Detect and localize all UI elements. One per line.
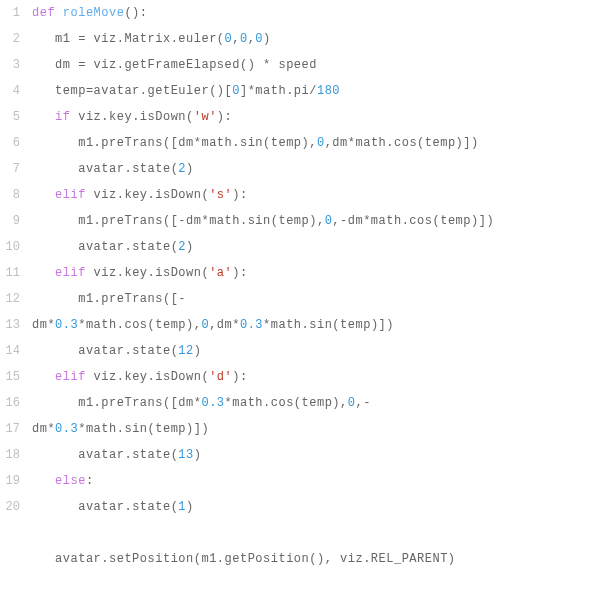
code-line: 1def roleMove(): [0, 0, 589, 26]
token-plain: ) [263, 32, 271, 46]
line-number: 4 [0, 78, 32, 104]
token-plain: viz.key.isDown( [86, 266, 209, 280]
token-plain: avatar.state( [78, 344, 178, 358]
code-line: 14 avatar.state(12) [0, 338, 589, 364]
token-plain: temp=avatar.getEuler()[ [55, 84, 232, 98]
line-number: 18 [0, 442, 32, 468]
line-number: 6 [0, 130, 32, 156]
code-line: 15 elif viz.key.isDown('d'): [0, 364, 589, 390]
code-line: 11 elif viz.key.isDown('a'): [0, 260, 589, 286]
code-content: m1.preTrans([- [32, 286, 589, 312]
code-line: 12 m1.preTrans([- [0, 286, 589, 312]
token-num: 0 [232, 84, 240, 98]
code-content: elif viz.key.isDown('s'): [32, 182, 589, 208]
token-plain: viz.key.isDown( [86, 370, 209, 384]
line-number: 7 [0, 156, 32, 182]
line-number: 11 [0, 260, 32, 286]
token-plain: avatar.state( [78, 240, 178, 254]
token-num: 0.3 [55, 318, 78, 332]
code-block: 1def roleMove():2 m1 = viz.Matrix.euler(… [0, 0, 589, 572]
token-str: 'w' [194, 110, 217, 124]
code-line: 6 m1.preTrans([dm*math.sin(temp),0,dm*ma… [0, 130, 589, 156]
line-number: 1 [0, 0, 32, 26]
code-content: avatar.setPosition(m1.getPosition(), viz… [32, 546, 589, 572]
token-plain: ) [194, 344, 202, 358]
token-plain: dm* [32, 318, 55, 332]
token-num: 0 [255, 32, 263, 46]
token-plain: : [86, 474, 94, 488]
line-number: 14 [0, 338, 32, 364]
code-content: dm*0.3*math.sin(temp)]) [32, 416, 589, 442]
code-content: dm = viz.getFrameElapsed() * speed [32, 52, 589, 78]
code-content: avatar.state(2) [32, 156, 589, 182]
code-line: 5 if viz.key.isDown('w'): [0, 104, 589, 130]
token-num: 0 [240, 32, 248, 46]
code-content: elif viz.key.isDown('a'): [32, 260, 589, 286]
token-num: 180 [317, 84, 340, 98]
line-number: 19 [0, 468, 32, 494]
token-plain: ) [186, 162, 194, 176]
code-line: 9 m1.preTrans([-dm*math.sin(temp),0,-dm*… [0, 208, 589, 234]
token-num: 0.3 [201, 396, 224, 410]
token-kw: elif [55, 266, 86, 280]
code-line: 10 avatar.state(2) [0, 234, 589, 260]
code-line: 2 m1 = viz.Matrix.euler(0,0,0) [0, 26, 589, 52]
token-kw: else [55, 474, 86, 488]
line-number: 9 [0, 208, 32, 234]
token-plain: m1.preTrans([dm* [78, 396, 201, 410]
token-num: 0 [317, 136, 325, 150]
code-line: 13dm*0.3*math.cos(temp),0,dm*0.3*math.si… [0, 312, 589, 338]
token-plain: ]*math.pi/ [240, 84, 317, 98]
token-num: 13 [178, 448, 193, 462]
token-str: 'd' [209, 370, 232, 384]
token-kw: elif [55, 370, 86, 384]
code-content: dm*0.3*math.cos(temp),0,dm*0.3*math.sin(… [32, 312, 589, 338]
line-number: 2 [0, 26, 32, 52]
token-plain: *math.sin(temp)]) [78, 422, 209, 436]
code-content: avatar.state(2) [32, 234, 589, 260]
token-str: 's' [209, 188, 232, 202]
token-plain: avatar.state( [78, 448, 178, 462]
token-plain: dm = viz.getFrameElapsed() * speed [55, 58, 317, 72]
token-plain: ) [186, 240, 194, 254]
code-content: if viz.key.isDown('w'): [32, 104, 589, 130]
code-line: avatar.setPosition(m1.getPosition(), viz… [0, 546, 589, 572]
token-plain: ,-dm*math.cos(temp)]) [332, 214, 494, 228]
token-plain: viz.key.isDown( [86, 188, 209, 202]
token-num: 1 [178, 500, 186, 514]
line-number: 5 [0, 104, 32, 130]
token-plain: avatar.state( [78, 162, 178, 176]
code-content: m1.preTrans([-dm*math.sin(temp),0,-dm*ma… [32, 208, 589, 234]
token-plain: ) [194, 448, 202, 462]
token-str: 'a' [209, 266, 232, 280]
code-line [0, 520, 589, 546]
line-number: 8 [0, 182, 32, 208]
token-plain: m1.preTrans([-dm*math.sin(temp), [78, 214, 324, 228]
token-plain: ): [232, 370, 247, 384]
code-line: 3 dm = viz.getFrameElapsed() * speed [0, 52, 589, 78]
code-line: 18 avatar.state(13) [0, 442, 589, 468]
token-plain: m1.preTrans([- [78, 292, 186, 306]
line-number: 13 [0, 312, 32, 338]
token-plain: m1.preTrans([dm*math.sin(temp), [78, 136, 317, 150]
token-plain: viz.key.isDown( [71, 110, 194, 124]
token-plain: ) [186, 500, 194, 514]
code-content: m1.preTrans([dm*math.sin(temp),0,dm*math… [32, 130, 589, 156]
code-line: 17dm*0.3*math.sin(temp)]) [0, 416, 589, 442]
code-line: 8 elif viz.key.isDown('s'): [0, 182, 589, 208]
token-plain: m1 = viz.Matrix.euler( [55, 32, 224, 46]
line-number: 15 [0, 364, 32, 390]
code-line: 4 temp=avatar.getEuler()[0]*math.pi/180 [0, 78, 589, 104]
token-num: 0.3 [240, 318, 263, 332]
line-number: 10 [0, 234, 32, 260]
code-content: m1.preTrans([dm*0.3*math.cos(temp),0,- [32, 390, 589, 416]
token-kw: if [55, 110, 70, 124]
line-number: 20 [0, 494, 32, 520]
token-num: 0 [201, 318, 209, 332]
code-content: avatar.state(13) [32, 442, 589, 468]
token-kw: def [32, 6, 63, 20]
code-line: 16 m1.preTrans([dm*0.3*math.cos(temp),0,… [0, 390, 589, 416]
token-plain: *math.cos(temp), [225, 396, 348, 410]
token-plain: ,- [355, 396, 370, 410]
token-plain: avatar.state( [78, 500, 178, 514]
